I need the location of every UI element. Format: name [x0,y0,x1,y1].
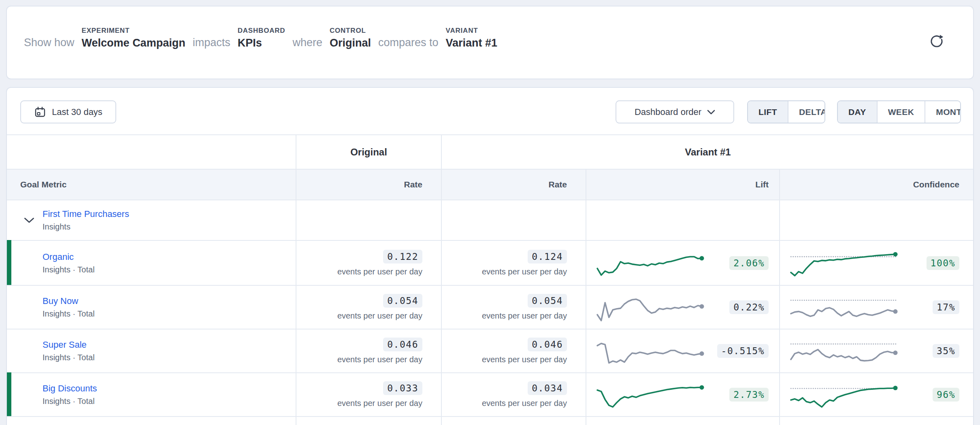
rate-value: 0.054 [383,294,422,308]
sentence-impacts: impacts [193,36,230,51]
confidence-value: 100% [927,256,959,270]
rate-unit: events per user per day [482,399,567,408]
experiment-label: EXPERIMENT [82,27,185,35]
toggle-option-delta[interactable]: DELTA [788,101,825,123]
sentence-where: where [292,36,322,51]
dashboard-order-label: Dashboard order [635,107,701,117]
dashboard-order-dropdown[interactable]: Dashboard order [616,100,734,123]
lift-delta-toggle: LIFT DELTA [747,100,825,123]
lift-value: -0.515% [717,344,769,358]
dashboard-label: DASHBOARD [238,27,285,35]
chevron-down-icon [707,110,715,115]
empty-cell [780,417,974,425]
rate-value: 0.054 [528,294,567,308]
empty-cell [296,200,442,240]
metric-link[interactable]: First Time Purchasers [43,209,129,219]
table-row-organic: Organic Insights · Total 0.122 events pe… [7,240,974,285]
results-card: Last 30 days Dashboard order LIFT DELTA … [6,87,974,425]
control-rate-cell: 0.054 events per user per day [296,286,442,329]
rate-unit: events per user per day [482,267,567,276]
control-segment: CONTROL Original [330,27,371,50]
confidence-value: 35% [933,344,959,358]
confidence-cell: 100% [780,241,974,285]
column-control-rate: Rate [296,170,442,200]
confidence-sparkline-chart [788,379,902,410]
calendar-icon [34,106,46,118]
lift-cell: 0.22% [586,286,780,329]
table-row-super-sale: Super Sale Insights · Total 0.046 events… [7,329,974,372]
empty-cell [296,417,442,425]
date-range-label: Last 30 days [52,107,102,117]
control-rate-cell: 0.033 events per user per day [296,373,442,416]
dashboard-segment: DASHBOARD KPIs [238,27,285,50]
metric-link[interactable]: Super Sale [43,340,95,350]
confidence-sparkline-chart [788,335,902,367]
metric-source: Insights · Total [43,397,97,406]
metric-source: Insights · Total [43,265,95,274]
rate-value: 0.034 [528,381,567,395]
metric-name-cell: First Time Purchasers Insights [7,200,296,240]
control-rate-cell: 0.046 events per user per day [296,329,442,372]
rate-unit: events per user per day [482,311,567,321]
collapse-chevron-icon[interactable] [23,215,35,225]
table-row-big-discounts: Big Discounts Insights · Total 0.033 eve… [7,372,974,416]
column-variant-rate: Rate [442,170,586,200]
metric-source: Insights [43,222,129,232]
confidence-sparkline-chart [788,247,902,279]
metric-name-cell: Organic Insights · Total [7,241,296,285]
dashboard-value: KPIs [238,36,285,50]
table-row-buy-now: Buy Now Insights · Total 0.054 events pe… [7,285,974,329]
rate-value: 0.046 [528,338,567,351]
metric-link[interactable]: Buy Now [43,296,95,306]
group-header-variant: Variant #1 [442,135,974,169]
rate-value: 0.122 [383,250,422,264]
rate-unit: events per user per day [337,311,422,321]
toggle-option-lift[interactable]: LIFT [748,101,788,123]
rate-unit: events per user per day [337,399,422,408]
variant-segment: VARIANT Variant #1 [446,27,498,50]
empty-cell [780,200,974,240]
metric-name-cell: Big Discounts Insights · Total [7,373,296,416]
confidence-value: 96% [933,388,959,402]
column-confidence: Confidence [780,170,974,200]
empty-cell [586,200,780,240]
lift-sparkline-chart [595,379,708,410]
group-header-spacer [7,135,296,169]
lift-value: 0.22% [729,300,769,314]
date-range-button[interactable]: Last 30 days [20,100,116,123]
lift-sparkline-chart [595,335,708,367]
table-row-partial [7,416,974,425]
refresh-button[interactable] [925,30,948,53]
metric-link[interactable]: Organic [43,252,95,262]
experiment-sentence: Show how EXPERIMENT Welcome Campaign imp… [24,27,925,50]
metric-source: Insights · Total [43,309,95,319]
rate-value: 0.033 [383,381,422,395]
lift-cell: 2.73% [586,373,780,416]
lift-cell: 2.06% [586,241,780,285]
table-row-first-time-purchasers: First Time Purchasers Insights [7,200,974,240]
variant-group-header-row: Original Variant #1 [7,134,974,169]
confidence-cell: 96% [780,373,974,416]
group-header-original: Original [296,135,442,169]
refresh-icon [929,34,944,49]
experiment-value: Welcome Campaign [82,36,185,50]
metric-source: Insights · Total [43,353,95,362]
variant-label: VARIANT [446,27,498,35]
toggle-option-month[interactable]: MONTH [925,101,961,123]
goal-metrics-table: Original Variant #1 Goal Metric Rate Rat… [7,134,974,425]
column-header-row: Goal Metric Rate Rate Lift Confidence [7,169,974,200]
toggle-option-week[interactable]: WEEK [877,101,925,123]
variant-rate-cell: 0.046 events per user per day [442,329,586,372]
metric-name-cell: Buy Now Insights · Total [7,286,296,329]
toggle-option-day[interactable]: DAY [838,101,877,123]
rate-value: 0.046 [383,338,422,351]
empty-cell [586,417,780,425]
rate-unit: events per user per day [337,355,422,364]
metric-link[interactable]: Big Discounts [43,383,97,394]
lift-sparkline-chart [595,247,708,279]
confidence-sparkline-chart [788,291,902,323]
column-goal-metric: Goal Metric [7,170,296,200]
lift-sparkline-chart [595,291,708,323]
variant-rate-cell: 0.054 events per user per day [442,286,586,329]
rate-unit: events per user per day [337,267,422,276]
